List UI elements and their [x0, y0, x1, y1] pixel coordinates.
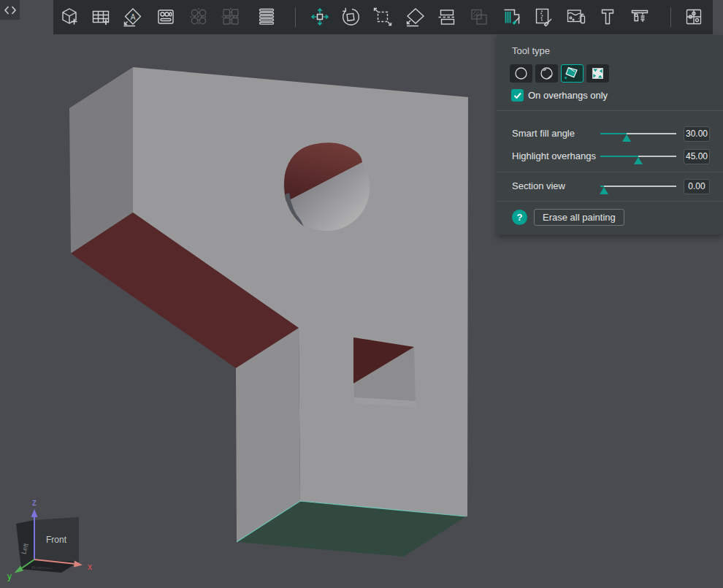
divider — [497, 110, 723, 111]
tool-variable-layer-height[interactable] — [256, 6, 278, 28]
section-view-slider[interactable] — [600, 186, 676, 187]
toolbar-separator — [295, 7, 296, 27]
toolbar: A — [53, 0, 713, 34]
fill-bucket-icon — [562, 64, 583, 83]
smart-fill-angle-slider[interactable] — [600, 133, 676, 134]
divider — [497, 172, 723, 172]
axis-z-arrow — [31, 509, 38, 517]
tool-cut[interactable] — [436, 6, 458, 28]
collapse-sidebar-button[interactable] — [0, 0, 20, 20]
tool-type-label: Tool type — [512, 45, 550, 56]
model-square-hole[interactable] — [353, 337, 416, 408]
tool-option-sphere[interactable] — [535, 64, 558, 83]
smart-fill-angle-label: Smart fill angle — [512, 126, 575, 141]
axis-z-label: z — [32, 497, 37, 508]
sphere-brush-icon — [536, 64, 557, 83]
slider-row-highlight-overhangs: Highlight overhangs 45.00 — [497, 149, 723, 165]
tool-mesh-boolean[interactable] — [468, 6, 490, 28]
tool-text[interactable] — [597, 6, 619, 28]
tool-split-to-objects[interactable] — [188, 6, 210, 28]
tool-move[interactable] — [309, 6, 331, 28]
slider-row-section-view: Section view 0.00 — [497, 179, 723, 195]
highlight-overhangs-value[interactable]: 45.00 — [684, 149, 710, 164]
smart-fill-angle-slider-thumb[interactable] — [622, 134, 631, 142]
svg-text:A: A — [131, 13, 136, 21]
gizmo-front-label: Front — [46, 535, 67, 545]
tool-auto-orient[interactable]: A — [121, 6, 143, 28]
section-view-slider-thumb[interactable] — [600, 187, 608, 194]
model[interactable] — [69, 67, 468, 557]
chevrons-icon — [2, 2, 18, 18]
tool-measure[interactable] — [629, 6, 651, 28]
support-paint-panel: Tool type On overhangs only Smart fill a… — [497, 35, 723, 234]
tool-color-painting[interactable] — [565, 6, 586, 28]
on-overhangs-only-checkbox[interactable] — [511, 89, 524, 102]
axis-y-label: y — [7, 571, 12, 581]
help-button[interactable]: ? — [512, 210, 527, 225]
tool-assembly[interactable] — [683, 6, 705, 28]
tool-rotate[interactable] — [340, 6, 362, 28]
tool-split-to-parts[interactable] — [220, 6, 242, 28]
orientation-gizmo[interactable]: Front Left Bottom z x y — [7, 497, 92, 581]
highlight-overhangs-label: Highlight overhangs — [512, 149, 596, 164]
tool-option-circle[interactable] — [510, 64, 532, 83]
gap-fill-icon — [587, 64, 608, 83]
highlight-overhangs-slider-thumb[interactable] — [634, 157, 643, 164]
erase-all-painting-button[interactable]: Erase all painting — [534, 209, 624, 226]
tool-add-plate[interactable] — [90, 6, 112, 28]
circle-brush-icon — [510, 64, 532, 83]
toolbar-separator — [670, 7, 671, 27]
tool-add-object[interactable] — [58, 6, 80, 28]
divider — [497, 201, 723, 202]
section-view-label: Section view — [512, 179, 565, 194]
section-view-value[interactable]: 0.00 — [684, 179, 710, 194]
on-overhangs-only-label: On overhangs only — [528, 89, 608, 102]
tool-scale[interactable] — [372, 6, 394, 28]
smart-fill-angle-value[interactable]: 30.00 — [684, 126, 710, 142]
model-round-hole[interactable] — [284, 142, 370, 231]
tool-seam-painting[interactable] — [532, 6, 554, 28]
tool-option-fill[interactable] — [561, 64, 584, 83]
slider-row-smart-fill-angle: Smart fill angle 30.00 — [497, 126, 723, 142]
checkmark-icon — [513, 91, 522, 100]
tool-lay-on-face[interactable] — [404, 6, 426, 28]
tool-support-painting[interactable] — [500, 6, 522, 28]
axis-x-label: x — [88, 562, 92, 572]
tool-option-gap-fill[interactable] — [586, 64, 609, 83]
tool-arrange[interactable] — [155, 6, 177, 28]
